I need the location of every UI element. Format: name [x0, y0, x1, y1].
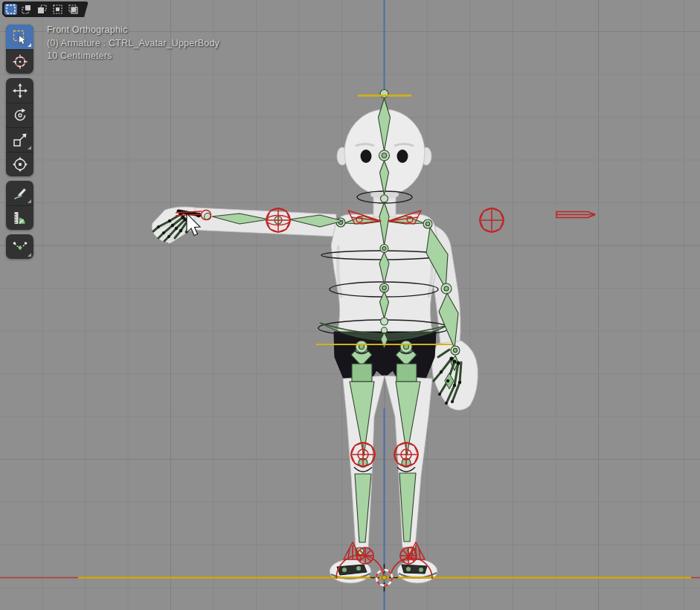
select-mode-intersect-button[interactable] — [67, 4, 80, 15]
tool-select-box-button[interactable] — [6, 25, 33, 49]
avatar-eye-right — [397, 150, 408, 163]
select-box-icon — [12, 29, 28, 45]
blender-3d-viewport: Front Orthographic (0) Armature : CTRL_A… — [0, 0, 700, 610]
tool-shelf — [6, 25, 33, 259]
select-mode-invert-icon — [53, 4, 62, 14]
pole-paddle-controller — [556, 212, 595, 218]
select-mode-subtract-button[interactable] — [36, 4, 48, 15]
tool-cursor-button[interactable] — [6, 49, 33, 74]
hip-right-box-controller — [396, 364, 417, 382]
tool-move-button[interactable] — [6, 78, 33, 103]
tool-group-pose — [6, 234, 33, 259]
tool-scale-button[interactable] — [6, 127, 33, 152]
knee-sphere-left-controller — [351, 443, 375, 466]
grid-scale-label: 10 Centimeters — [47, 50, 219, 63]
knee-sphere-right-controller — [394, 443, 418, 466]
tool-group-select — [6, 25, 33, 74]
rotate-icon — [12, 107, 28, 123]
tool-annotate-button[interactable] — [6, 181, 33, 205]
select-mode-invert-button[interactable] — [51, 4, 64, 15]
ankle-wheel-right-controller — [400, 548, 417, 564]
view-label: Front Orthographic — [47, 24, 219, 37]
tool-rotate-button[interactable] — [6, 103, 33, 127]
elbow-sphere-controller — [266, 208, 290, 232]
select-mode-subtract-icon — [37, 4, 47, 14]
transform-icon — [12, 156, 28, 173]
cursor-tool-icon — [12, 54, 28, 70]
ik-target-sphere-controller — [480, 208, 504, 232]
viewport-info: Front Orthographic (0) Armature : CTRL_A… — [47, 24, 219, 63]
select-mode-bar — [2, 1, 89, 17]
pose-breakdowner-icon — [12, 239, 28, 255]
head-top-joint — [380, 90, 388, 98]
select-mode-extend-icon — [22, 4, 31, 14]
tool-group-transform — [6, 78, 33, 176]
ankle-wheel-left-controller — [357, 548, 373, 564]
hip-left-box-controller — [352, 364, 372, 382]
select-mode-extend-button[interactable] — [20, 4, 33, 15]
avatar-mesh — [152, 109, 478, 583]
active-object-label: (0) Armature : CTRL_Avatar_UpperBody — [47, 37, 219, 51]
measure-icon — [12, 210, 28, 226]
scale-icon — [12, 132, 28, 148]
select-mode-new-icon — [6, 4, 16, 14]
tool-measure-button[interactable] — [6, 205, 33, 230]
annotate-icon — [12, 185, 28, 202]
tool-group-annotate — [6, 181, 33, 230]
tool-pose-breakdowner-button[interactable] — [6, 234, 33, 259]
select-mode-intersect-icon — [68, 4, 78, 14]
viewport-3d-scene — [0, 0, 700, 610]
tool-transform-button[interactable] — [6, 152, 33, 176]
select-mode-new-button[interactable] — [4, 4, 17, 15]
move-icon — [12, 83, 28, 99]
avatar-eye-left — [361, 150, 372, 163]
